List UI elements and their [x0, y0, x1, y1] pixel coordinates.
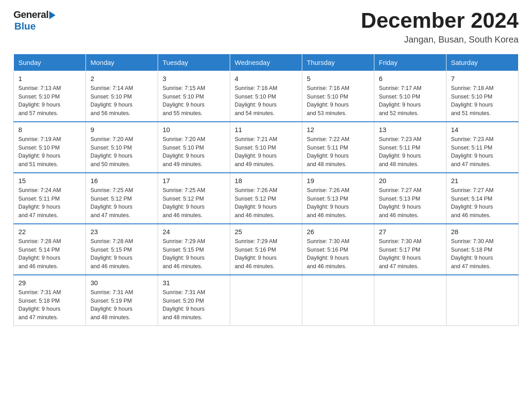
col-thursday: Thursday — [302, 54, 374, 71]
col-monday: Monday — [86, 54, 158, 71]
day-number: 13 — [379, 126, 442, 133]
calendar-cell: 12 Sunrise: 7:22 AM Sunset: 5:11 PM Dayl… — [302, 122, 374, 173]
day-info: Sunrise: 7:23 AM Sunset: 5:11 PM Dayligh… — [379, 135, 442, 169]
day-info: Sunrise: 7:25 AM Sunset: 5:12 PM Dayligh… — [163, 186, 225, 220]
day-info: Sunrise: 7:27 AM Sunset: 5:13 PM Dayligh… — [379, 186, 442, 220]
day-number: 2 — [90, 75, 153, 82]
day-number: 20 — [379, 177, 442, 184]
calendar-cell: 30 Sunrise: 7:31 AM Sunset: 5:19 PM Dayl… — [86, 275, 158, 326]
calendar-cell — [230, 275, 302, 326]
calendar-cell — [374, 275, 446, 326]
logo-full: General — [13, 9, 56, 21]
calendar-cell: 25 Sunrise: 7:29 AM Sunset: 5:16 PM Dayl… — [230, 224, 302, 275]
logo: General Blue — [13, 9, 56, 32]
day-number: 15 — [18, 177, 81, 184]
day-number: 17 — [163, 177, 225, 184]
col-wednesday: Wednesday — [230, 54, 302, 71]
calendar-cell: 20 Sunrise: 7:27 AM Sunset: 5:13 PM Dayl… — [374, 173, 446, 224]
day-info: Sunrise: 7:29 AM Sunset: 5:15 PM Dayligh… — [163, 237, 225, 271]
day-info: Sunrise: 7:19 AM Sunset: 5:10 PM Dayligh… — [18, 135, 81, 169]
calendar-table: Sunday Monday Tuesday Wednesday Thursday… — [13, 54, 519, 326]
day-number: 26 — [307, 228, 369, 235]
day-number: 18 — [235, 177, 297, 184]
day-number: 6 — [379, 75, 442, 82]
calendar-cell: 14 Sunrise: 7:23 AM Sunset: 5:11 PM Dayl… — [446, 122, 519, 173]
day-info: Sunrise: 7:23 AM Sunset: 5:11 PM Dayligh… — [451, 135, 514, 169]
calendar-cell: 23 Sunrise: 7:28 AM Sunset: 5:15 PM Dayl… — [86, 224, 158, 275]
day-info: Sunrise: 7:26 AM Sunset: 5:12 PM Dayligh… — [235, 186, 297, 220]
calendar-header-row: Sunday Monday Tuesday Wednesday Thursday… — [14, 54, 519, 71]
calendar-cell: 16 Sunrise: 7:25 AM Sunset: 5:12 PM Dayl… — [86, 173, 158, 224]
day-info: Sunrise: 7:26 AM Sunset: 5:13 PM Dayligh… — [307, 186, 369, 220]
page-header: General Blue December 2024 Jangan, Busan… — [13, 9, 519, 45]
calendar-cell: 7 Sunrise: 7:18 AM Sunset: 5:10 PM Dayli… — [446, 71, 519, 122]
day-info: Sunrise: 7:13 AM Sunset: 5:10 PM Dayligh… — [18, 84, 81, 118]
day-number: 19 — [307, 177, 369, 184]
calendar-cell: 18 Sunrise: 7:26 AM Sunset: 5:12 PM Dayl… — [230, 173, 302, 224]
day-number: 28 — [451, 228, 514, 235]
day-info: Sunrise: 7:31 AM Sunset: 5:19 PM Dayligh… — [90, 288, 153, 322]
day-number: 12 — [307, 126, 369, 133]
day-info: Sunrise: 7:29 AM Sunset: 5:16 PM Dayligh… — [235, 237, 297, 271]
day-number: 31 — [163, 279, 225, 287]
day-number: 4 — [235, 75, 297, 82]
title-section: December 2024 Jangan, Busan, South Korea — [361, 9, 519, 45]
calendar-cell: 19 Sunrise: 7:26 AM Sunset: 5:13 PM Dayl… — [302, 173, 374, 224]
day-info: Sunrise: 7:24 AM Sunset: 5:11 PM Dayligh… — [18, 186, 81, 220]
calendar-cell: 29 Sunrise: 7:31 AM Sunset: 5:18 PM Dayl… — [14, 275, 86, 326]
calendar-cell — [302, 275, 374, 326]
calendar-week-row: 8 Sunrise: 7:19 AM Sunset: 5:10 PM Dayli… — [14, 122, 519, 173]
day-number: 5 — [307, 75, 369, 82]
col-friday: Friday — [374, 54, 446, 71]
day-number: 3 — [163, 75, 225, 82]
day-info: Sunrise: 7:28 AM Sunset: 5:14 PM Dayligh… — [18, 237, 81, 271]
day-info: Sunrise: 7:30 AM Sunset: 5:17 PM Dayligh… — [379, 237, 442, 271]
calendar-cell: 5 Sunrise: 7:16 AM Sunset: 5:10 PM Dayli… — [302, 71, 374, 122]
calendar-cell: 3 Sunrise: 7:15 AM Sunset: 5:10 PM Dayli… — [158, 71, 230, 122]
calendar-cell: 10 Sunrise: 7:20 AM Sunset: 5:10 PM Dayl… — [158, 122, 230, 173]
day-info: Sunrise: 7:31 AM Sunset: 5:18 PM Dayligh… — [18, 288, 81, 322]
day-info: Sunrise: 7:14 AM Sunset: 5:10 PM Dayligh… — [90, 84, 153, 118]
day-number: 1 — [18, 75, 81, 82]
calendar-week-row: 1 Sunrise: 7:13 AM Sunset: 5:10 PM Dayli… — [14, 71, 519, 122]
calendar-cell: 9 Sunrise: 7:20 AM Sunset: 5:10 PM Dayli… — [86, 122, 158, 173]
day-info: Sunrise: 7:27 AM Sunset: 5:14 PM Dayligh… — [451, 186, 514, 220]
calendar-cell: 26 Sunrise: 7:30 AM Sunset: 5:16 PM Dayl… — [302, 224, 374, 275]
calendar-cell: 24 Sunrise: 7:29 AM Sunset: 5:15 PM Dayl… — [158, 224, 230, 275]
day-number: 9 — [90, 126, 153, 133]
day-number: 22 — [18, 228, 81, 235]
day-info: Sunrise: 7:22 AM Sunset: 5:11 PM Dayligh… — [307, 135, 369, 169]
logo-general-text: General — [13, 9, 48, 21]
col-sunday: Sunday — [14, 54, 86, 71]
calendar-cell: 13 Sunrise: 7:23 AM Sunset: 5:11 PM Dayl… — [374, 122, 446, 173]
calendar-cell: 2 Sunrise: 7:14 AM Sunset: 5:10 PM Dayli… — [86, 71, 158, 122]
day-info: Sunrise: 7:25 AM Sunset: 5:12 PM Dayligh… — [90, 186, 153, 220]
col-saturday: Saturday — [446, 54, 519, 71]
day-info: Sunrise: 7:28 AM Sunset: 5:15 PM Dayligh… — [90, 237, 153, 271]
day-number: 11 — [235, 126, 297, 133]
day-number: 24 — [163, 228, 225, 235]
calendar-cell: 1 Sunrise: 7:13 AM Sunset: 5:10 PM Dayli… — [14, 71, 86, 122]
day-number: 30 — [90, 279, 153, 287]
logo-blue-text: Blue — [14, 21, 36, 32]
calendar-cell: 11 Sunrise: 7:21 AM Sunset: 5:10 PM Dayl… — [230, 122, 302, 173]
day-info: Sunrise: 7:21 AM Sunset: 5:10 PM Dayligh… — [235, 135, 297, 169]
day-number: 23 — [90, 228, 153, 235]
calendar-cell: 8 Sunrise: 7:19 AM Sunset: 5:10 PM Dayli… — [14, 122, 86, 173]
calendar-cell: 17 Sunrise: 7:25 AM Sunset: 5:12 PM Dayl… — [158, 173, 230, 224]
logo-triangle-icon — [49, 11, 56, 19]
day-number: 14 — [451, 126, 514, 133]
location-text: Jangan, Busan, South Korea — [361, 34, 519, 45]
day-number: 10 — [163, 126, 225, 133]
calendar-cell: 27 Sunrise: 7:30 AM Sunset: 5:17 PM Dayl… — [374, 224, 446, 275]
day-number: 8 — [18, 126, 81, 133]
calendar-cell: 4 Sunrise: 7:16 AM Sunset: 5:10 PM Dayli… — [230, 71, 302, 122]
month-title: December 2024 — [361, 9, 519, 33]
day-number: 7 — [451, 75, 514, 82]
day-info: Sunrise: 7:20 AM Sunset: 5:10 PM Dayligh… — [163, 135, 225, 169]
calendar-cell: 31 Sunrise: 7:31 AM Sunset: 5:20 PM Dayl… — [158, 275, 230, 326]
day-number: 25 — [235, 228, 297, 235]
day-info: Sunrise: 7:16 AM Sunset: 5:10 PM Dayligh… — [235, 84, 297, 118]
col-tuesday: Tuesday — [158, 54, 230, 71]
day-info: Sunrise: 7:30 AM Sunset: 5:16 PM Dayligh… — [307, 237, 369, 271]
